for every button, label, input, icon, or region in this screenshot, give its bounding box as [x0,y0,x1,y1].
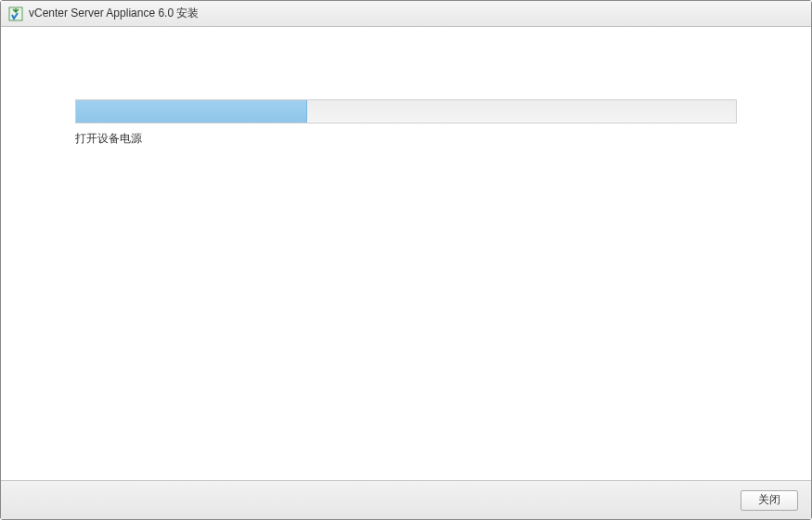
installer-window: vCenter Server Appliance 6.0 安装 打开设备电源 关… [0,0,812,520]
content-area: 打开设备电源 [1,27,811,480]
footer: 关闭 [1,480,811,519]
window-title: vCenter Server Appliance 6.0 安装 [29,6,199,21]
titlebar: vCenter Server Appliance 6.0 安装 [1,1,811,27]
close-button[interactable]: 关闭 [741,490,798,511]
app-icon [8,6,23,21]
progress-fill [76,100,307,123]
progress-container: 打开设备电源 [75,99,737,147]
progress-bar [75,99,737,124]
progress-status-label: 打开设备电源 [75,131,737,147]
